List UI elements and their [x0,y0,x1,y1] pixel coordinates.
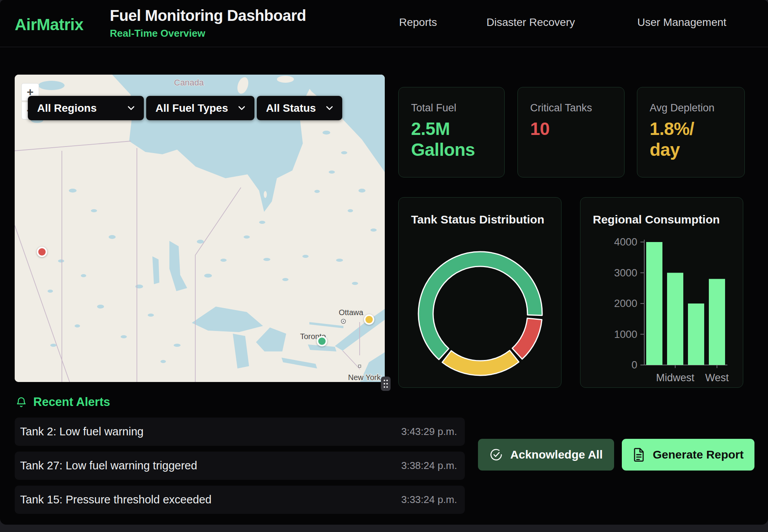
tank-marker-warning[interactable] [364,314,374,325]
grip-dots-icon [383,379,388,388]
dashboard-root: AirMatrix Fuel Monitoring Dashboard Real… [0,0,768,525]
alert-row: Tank 2: Low fuel warning 3:43:29 p.m. [15,418,465,446]
map-panel[interactable]: Canada Ottawa Toronto New York + − All R… [15,75,385,382]
alert-message: Tank 15: Pressure threshold exceeded [20,493,212,506]
alert-time: 3:33:24 p.m. [401,494,457,506]
chevron-down-icon [238,106,245,110]
header: AirMatrix Fuel Monitoring Dashboard Real… [0,0,768,47]
svg-text:2000: 2000 [614,298,637,309]
check-circle-icon [490,448,503,461]
page-subtitle: Real-Time Overview [110,27,306,39]
map-label-ottawa: Ottawa [339,308,364,317]
acknowledge-all-button[interactable]: Acknowledge All [478,439,614,471]
stat-card-avg-depletion: Avg Depletion 1.8%/day [637,87,745,177]
tank-marker-critical[interactable] [37,247,47,257]
tank-status-card: Tank Status Distribution [398,197,561,388]
tank-marker-normal[interactable] [317,336,327,346]
stat-label: Avg Depletion [650,102,732,114]
regions-dropdown[interactable]: All Regions [28,96,144,120]
regions-dropdown-label: All Regions [37,102,97,114]
stat-card-critical-tanks: Critical Tanks 10 [517,87,625,177]
alert-time: 3:38:24 p.m. [401,460,457,472]
brand-logo[interactable]: AirMatrix [15,15,84,34]
tank-status-donut [416,249,544,379]
regional-consumption-bars: 01000200030004000MidwestWest [580,205,744,388]
stat-value-critical-tanks: 10 [530,119,612,140]
regional-consumption-card: Regional Consumption 01000200030004000Mi… [580,197,743,388]
map-label-newyork: New York [348,373,381,382]
map-drag-handle[interactable] [381,377,391,391]
svg-text:West: West [705,372,729,384]
stat-value-avg-depletion: 1.8%/day [650,119,732,160]
generate-report-label: Generate Report [653,448,744,461]
stat-value-total-fuel: 2.5MGallons [411,119,492,160]
bell-icon [15,396,27,409]
nav-reports[interactable]: Reports [399,16,437,29]
svg-text:1000: 1000 [614,329,637,340]
alert-row: Tank 15: Pressure threshold exceeded 3:3… [15,486,465,514]
stat-card-total-fuel: Total Fuel 2.5MGallons [398,87,505,177]
map-canvas: Canada Ottawa Toronto New York [15,75,385,382]
chevron-down-icon [326,106,333,110]
stat-label: Total Fuel [411,102,492,114]
status-dropdown[interactable]: All Status [257,96,342,120]
title-block: Fuel Monitoring Dashboard Real-Time Over… [110,7,306,39]
nav-disaster-recovery[interactable]: Disaster Recovery [486,16,575,29]
svg-text:0: 0 [631,359,637,371]
map-label-country: Canada [174,78,204,87]
stat-label: Critical Tanks [530,102,612,114]
status-dropdown-label: All Status [266,102,316,114]
alert-message: Tank 27: Low fuel warning triggered [20,459,197,472]
acknowledge-all-label: Acknowledge All [510,448,603,461]
generate-report-button[interactable]: Generate Report [622,439,754,471]
alert-message: Tank 2: Low fuel warning [20,425,143,438]
map-filters: All Regions All Fuel Types All Status [28,96,342,120]
tank-status-title: Tank Status Distribution [411,213,544,226]
page-title: Fuel Monitoring Dashboard [110,7,306,24]
alerts-header: Recent Alerts [15,395,110,409]
alert-row: Tank 27: Low fuel warning triggered 3:38… [15,452,465,480]
fuel-types-dropdown-label: All Fuel Types [155,102,228,114]
report-document-icon [633,448,645,462]
svg-text:4000: 4000 [614,236,637,248]
svg-text:3000: 3000 [614,267,637,279]
chevron-down-icon [128,106,135,110]
fuel-types-dropdown[interactable]: All Fuel Types [146,96,254,120]
svg-text:Midwest: Midwest [656,372,695,384]
nav-user-management[interactable]: User Management [637,16,726,29]
alerts-title: Recent Alerts [33,395,110,409]
alert-time: 3:43:29 p.m. [401,426,457,438]
